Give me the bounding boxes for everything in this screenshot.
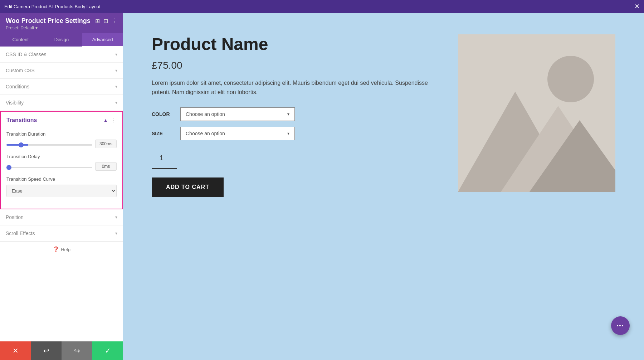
- delay-label: Transition Delay: [6, 154, 117, 159]
- section-visibility-label: Visibility: [6, 100, 24, 106]
- undo-button[interactable]: ↩: [31, 341, 62, 360]
- chevron-up-icon[interactable]: ▲: [103, 117, 108, 123]
- speed-curve-row: Transition Speed Curve Ease Linear Ease …: [6, 176, 117, 197]
- grid-icon[interactable]: ⊞: [95, 18, 100, 24]
- transitions-header-icons: ▲ ⋮: [103, 117, 117, 123]
- chevron-down-icon: ▾: [115, 52, 117, 57]
- color-label: COLOR: [152, 111, 180, 117]
- transitions-label: Transitions: [6, 117, 37, 123]
- speed-curve-label: Transition Speed Curve: [6, 176, 117, 182]
- tab-advanced[interactable]: Advanced: [82, 33, 123, 47]
- product-options: COLOR Choose an option ▾ SIZE Choose an …: [152, 107, 436, 140]
- chevron-down-icon: ▾: [115, 231, 117, 236]
- section-scroll-effects-header[interactable]: Scroll Effects ▾: [0, 225, 123, 241]
- sidebar-tabs: Content Design Advanced: [0, 33, 123, 47]
- duration-row: Transition Duration: [6, 131, 117, 148]
- section-custom-css: Custom CSS ▾: [0, 63, 123, 79]
- sidebar-footer: ❓ Help: [0, 242, 123, 257]
- product-details: Product Name £75.00 Lorem ipsum dolor si…: [152, 34, 436, 197]
- product-image-svg: [458, 34, 615, 192]
- speed-curve-select[interactable]: Ease Linear Ease In Ease Out Ease In Out: [6, 185, 117, 197]
- image-placeholder: [458, 34, 615, 192]
- top-bar: Edit Camera Product All Products Body La…: [0, 0, 644, 13]
- redo-icon: ↪: [74, 346, 80, 355]
- color-placeholder: Choose an option: [186, 111, 225, 117]
- transitions-content: Transition Duration Transition Delay: [1, 128, 122, 209]
- section-conditions: Conditions ▾: [0, 79, 123, 95]
- main-content: Product Name £75.00 Lorem ipsum dolor si…: [123, 13, 644, 360]
- product-price: £75.00: [152, 60, 436, 71]
- delay-slider-wrapper: [6, 163, 92, 170]
- more-options-icon[interactable]: ⋮: [111, 117, 117, 123]
- quantity-input[interactable]: [152, 147, 177, 169]
- product-name: Product Name: [152, 34, 436, 54]
- cancel-button[interactable]: ✕: [0, 341, 31, 360]
- section-custom-css-header[interactable]: Custom CSS ▾: [0, 63, 123, 78]
- color-option-row: COLOR Choose an option ▾: [152, 107, 436, 121]
- sidebar-header: Woo Product Price Settings ⊞ ⊡ ⋮ Preset:…: [0, 13, 123, 33]
- sidebar-title: Woo Product Price Settings: [6, 17, 91, 25]
- section-visibility: Visibility ▾: [0, 95, 123, 111]
- columns-icon[interactable]: ⊡: [103, 18, 108, 24]
- preset-selector[interactable]: Preset: Default ▾: [6, 25, 117, 30]
- product-image: [458, 34, 615, 192]
- size-select[interactable]: Choose an option ▾: [180, 127, 295, 140]
- section-position: Position ▾: [0, 209, 123, 225]
- section-visibility-header[interactable]: Visibility ▾: [0, 95, 123, 111]
- delay-value-input[interactable]: [95, 162, 117, 171]
- help-link[interactable]: ❓ Help: [4, 246, 119, 253]
- undo-icon: ↩: [43, 346, 49, 355]
- close-button[interactable]: ✕: [634, 3, 640, 10]
- quantity-row: [152, 147, 436, 169]
- section-scroll-effects-label: Scroll Effects: [6, 230, 35, 236]
- section-scroll-effects: Scroll Effects ▾: [0, 225, 123, 242]
- save-button[interactable]: ✓: [92, 341, 123, 360]
- sidebar: Woo Product Price Settings ⊞ ⊡ ⋮ Preset:…: [0, 13, 123, 360]
- section-css-id: CSS ID & Classes ▾: [0, 47, 123, 63]
- more-icon[interactable]: ⋮: [112, 18, 117, 24]
- save-icon: ✓: [105, 346, 111, 355]
- size-option-row: SIZE Choose an option ▾: [152, 127, 436, 140]
- duration-slider-row: [6, 140, 117, 148]
- duration-slider-wrapper: [6, 141, 92, 147]
- duration-slider[interactable]: [6, 144, 92, 146]
- duration-value-input[interactable]: [95, 140, 117, 148]
- chevron-down-icon: ▾: [287, 112, 289, 117]
- section-css-id-header[interactable]: CSS ID & Classes ▾: [0, 47, 123, 62]
- chevron-down-icon: ▾: [115, 68, 117, 73]
- chevron-down-icon: ▾: [115, 100, 117, 105]
- bottom-bar: ✕ ↩ ↪ ✓: [0, 341, 123, 360]
- section-transitions: Transitions ▲ ⋮ Transition Duration: [0, 111, 123, 209]
- tab-design[interactable]: Design: [41, 33, 82, 47]
- top-bar-title: Edit Camera Product All Products Body La…: [4, 4, 101, 9]
- chevron-down-icon: ▾: [287, 131, 289, 136]
- product-description: Lorem ipsum dolor sit amet, consectetur …: [152, 78, 436, 97]
- delay-row: Transition Delay: [6, 154, 117, 171]
- chevron-down-icon: ▾: [115, 84, 117, 89]
- delay-slider-row: [6, 162, 117, 171]
- section-conditions-label: Conditions: [6, 84, 29, 89]
- redo-button[interactable]: ↪: [62, 341, 92, 360]
- duration-label: Transition Duration: [6, 131, 117, 137]
- help-icon: ❓: [53, 246, 59, 253]
- size-label: SIZE: [152, 131, 180, 136]
- tab-content[interactable]: Content: [0, 33, 41, 47]
- section-position-header[interactable]: Position ▾: [0, 209, 123, 225]
- color-select[interactable]: Choose an option ▾: [180, 107, 295, 121]
- cancel-icon: ✕: [13, 346, 19, 355]
- floating-action-button[interactable]: •••: [611, 316, 630, 335]
- add-to-cart-button[interactable]: ADD TO CART: [152, 177, 224, 197]
- chevron-down-icon: ▾: [115, 215, 117, 220]
- section-conditions-header[interactable]: Conditions ▾: [0, 79, 123, 94]
- help-label: Help: [61, 247, 70, 252]
- fab-icon: •••: [617, 323, 624, 329]
- sidebar-header-icons: ⊞ ⊡ ⋮: [95, 18, 117, 24]
- section-position-label: Position: [6, 214, 24, 220]
- transitions-header[interactable]: Transitions ▲ ⋮: [1, 112, 122, 128]
- delay-slider[interactable]: [6, 167, 92, 168]
- product-area: Product Name £75.00 Lorem ipsum dolor si…: [152, 34, 615, 197]
- section-custom-css-label: Custom CSS: [6, 68, 35, 73]
- sidebar-content: CSS ID & Classes ▾ Custom CSS ▾ Conditio…: [0, 47, 123, 360]
- size-placeholder: Choose an option: [186, 131, 225, 136]
- section-css-id-label: CSS ID & Classes: [6, 52, 47, 57]
